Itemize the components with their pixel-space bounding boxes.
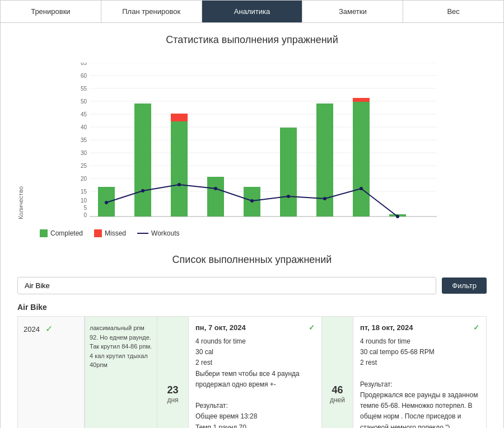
svg-text:10: 10 bbox=[81, 197, 87, 204]
svg-text:50: 50 bbox=[81, 98, 87, 105]
svg-point-49 bbox=[214, 187, 217, 190]
svg-text:45: 45 bbox=[81, 111, 87, 117]
chart-title: Статистика выполнения упражнений bbox=[17, 34, 487, 46]
svg-text:40: 40 bbox=[81, 124, 87, 130]
chart-svg: 65 60 55 50 45 40 35 30 25 20 15 10 bbox=[29, 63, 487, 219]
svg-point-51 bbox=[287, 195, 290, 198]
svg-text:60: 60 bbox=[81, 73, 87, 79]
main-content: Статистика выполнения упражнений Количес… bbox=[1, 23, 503, 428]
search-input[interactable] bbox=[17, 277, 436, 294]
svg-rect-28 bbox=[134, 104, 151, 217]
gap-number-1: 23 bbox=[167, 384, 178, 396]
chart-legend: Completed Missed Workouts bbox=[40, 229, 487, 237]
chart-container: Количество bbox=[17, 57, 487, 225]
search-row: Фильтр bbox=[17, 277, 487, 294]
svg-rect-42 bbox=[353, 98, 370, 102]
year-group: 2024 ✓ bbox=[17, 316, 85, 428]
tab-weight[interactable]: Вес bbox=[403, 1, 503, 22]
legend-missed: Missed bbox=[94, 229, 126, 237]
tab-trainings[interactable]: Тренировки bbox=[1, 1, 101, 22]
tab-plan[interactable]: План тренировок bbox=[101, 1, 202, 22]
y-axis-label: Количество bbox=[17, 186, 24, 219]
legend-completed-label: Completed bbox=[50, 229, 83, 237]
svg-text:35: 35 bbox=[81, 137, 87, 143]
card-date-2: пт, 18 окт, 2024 bbox=[360, 323, 413, 332]
svg-point-48 bbox=[178, 183, 181, 186]
card-body-2: 4 rounds for time 30 cal tempo 65-68 RPM… bbox=[360, 336, 479, 428]
card-check-1: ✓ bbox=[309, 323, 315, 332]
card-check-2: ✓ bbox=[473, 323, 479, 332]
year-label: 2024 bbox=[24, 325, 40, 333]
year-check-icon: ✓ bbox=[45, 324, 53, 333]
side-note: лаксимальный рпм 92. Но еднем раунде. Та… bbox=[85, 316, 157, 428]
svg-rect-31 bbox=[171, 114, 188, 121]
svg-point-53 bbox=[360, 187, 363, 190]
cards-container: 2024 ✓ лаксимальный рпм 92. Но еднем рау… bbox=[17, 316, 487, 428]
gap-col-2: 46 дней bbox=[322, 316, 353, 428]
svg-point-50 bbox=[250, 199, 254, 203]
filter-button[interactable]: Фильтр bbox=[442, 278, 487, 294]
workouts-line-indicator bbox=[137, 233, 148, 234]
svg-text:65: 65 bbox=[81, 63, 87, 66]
tab-bar: Тренировки План тренировок Аналитика Зам… bbox=[1, 1, 503, 23]
card-header-2: пт, 18 окт, 2024 ✓ bbox=[360, 323, 479, 332]
svg-point-46 bbox=[105, 201, 108, 204]
tab-notes[interactable]: Заметки bbox=[302, 1, 403, 22]
legend-workouts: Workouts bbox=[137, 229, 179, 237]
gap-label-2: дней bbox=[330, 396, 345, 404]
svg-text:15: 15 bbox=[81, 189, 87, 195]
svg-text:5: 5 bbox=[83, 205, 87, 211]
exercise-name: Air Bike bbox=[17, 303, 487, 312]
svg-text:55: 55 bbox=[81, 86, 87, 92]
tab-analytics[interactable]: Аналитика bbox=[202, 1, 303, 22]
chart-section: Статистика выполнения упражнений Количес… bbox=[17, 34, 487, 237]
workout-card-1: пн, 7 окт, 2024 ✓ 4 rounds for time 30 c… bbox=[188, 316, 322, 428]
svg-text:0: 0 bbox=[83, 212, 87, 218]
svg-point-52 bbox=[323, 197, 326, 200]
card-date-1: пн, 7 окт, 2024 bbox=[195, 323, 246, 332]
gap-label-1: дня bbox=[167, 396, 178, 404]
gap-number-2: 46 bbox=[332, 384, 343, 396]
completed-color-box bbox=[40, 229, 48, 237]
svg-rect-41 bbox=[353, 102, 370, 217]
svg-rect-33 bbox=[207, 177, 224, 217]
legend-workouts-label: Workouts bbox=[151, 229, 179, 237]
card-body-1: 4 rounds for time 30 cal 2 rest Выбери т… bbox=[195, 336, 315, 428]
gap-col-1: 23 дня bbox=[157, 316, 188, 428]
list-title: Список выполненных упражнений bbox=[17, 254, 487, 266]
chart-area: 65 60 55 50 45 40 35 30 25 20 15 10 bbox=[29, 63, 487, 219]
svg-rect-37 bbox=[280, 128, 297, 217]
list-section: Список выполненных упражнений Фильтр Air… bbox=[17, 254, 487, 428]
app-container: Тренировки План тренировок Аналитика Зам… bbox=[0, 0, 504, 428]
card-header-1: пн, 7 окт, 2024 ✓ bbox=[195, 323, 315, 332]
svg-text:30: 30 bbox=[81, 150, 87, 156]
missed-color-box bbox=[94, 229, 102, 237]
legend-completed: Completed bbox=[40, 229, 83, 237]
svg-point-47 bbox=[141, 189, 144, 192]
svg-text:20: 20 bbox=[81, 176, 87, 182]
workout-card-2: пт, 18 окт, 2024 ✓ 4 rounds for time 30 … bbox=[353, 316, 487, 428]
legend-missed-label: Missed bbox=[105, 229, 126, 237]
svg-rect-30 bbox=[171, 121, 188, 217]
svg-point-54 bbox=[396, 215, 399, 218]
svg-text:25: 25 bbox=[81, 163, 87, 169]
